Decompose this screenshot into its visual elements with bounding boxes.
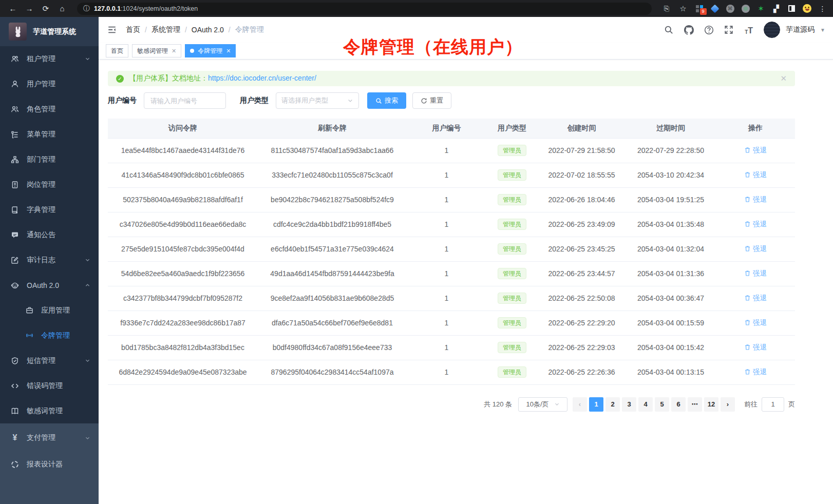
share-icon[interactable]: ⎘ [660, 2, 673, 15]
sidebar-item-dict[interactable]: 字典管理 [0, 197, 99, 222]
col-created: 创建时间 [538, 119, 626, 138]
bookmark-star-icon[interactable]: ☆ [676, 2, 690, 15]
page-button-6[interactable]: 6 [671, 397, 686, 412]
page-button-2[interactable]: 2 [605, 397, 620, 412]
force-logout-button[interactable]: 强退 [744, 195, 767, 204]
tenant-users-icon [11, 55, 19, 63]
sidebar-item-audit[interactable]: 审计日志 [0, 247, 99, 273]
close-icon[interactable]: ✕ [172, 48, 176, 54]
sidebar-item-sensitive[interactable]: 敏感词管理 [0, 398, 99, 423]
user-icon [11, 80, 19, 88]
breadcrumb-system[interactable]: 系统管理 [152, 25, 180, 34]
page-button-12[interactable]: 12 [704, 397, 718, 412]
doc-alert: ✓ 【用户体系】文档地址：https://doc.iocoder.cn/user… [108, 71, 795, 86]
tag-home[interactable]: 首页 [106, 44, 128, 57]
sidebar-item-report-designer[interactable]: 报表设计器 [0, 451, 99, 478]
page-button-4[interactable]: 4 [638, 397, 653, 412]
goto-page-input[interactable] [762, 397, 784, 412]
tag-token[interactable]: 令牌管理✕ [185, 44, 236, 57]
total-count: 共 120 条 [484, 400, 512, 409]
pay-yen-icon: ¥ [11, 434, 19, 442]
sidebar-item-sms[interactable]: 短信管理 [0, 348, 99, 373]
user-type-select[interactable]: 请选择用户类型 [276, 92, 359, 109]
sidebar-item-dept[interactable]: 部门管理 [0, 147, 99, 172]
table-row: 54d6be82ee5a460a9aedc1f9bf223656 49d1aa4… [108, 261, 795, 286]
close-icon[interactable]: ✕ [226, 48, 231, 54]
table-row: 41c41346a548490f9dc8b01c6bfe0865 333ecfc… [108, 163, 795, 187]
sidebar-item-oauth[interactable]: OAuth 2.0 [0, 273, 99, 298]
page-button-3[interactable]: 3 [622, 397, 636, 412]
extension-star-icon[interactable]: ✶ [756, 4, 765, 13]
force-logout-button[interactable]: 强退 [744, 294, 767, 303]
tag-sensitive[interactable]: 敏感词管理✕ [132, 44, 181, 57]
user-type-badge: 管理员 [498, 342, 526, 353]
sidebar-item-oauth-token[interactable]: 令牌管理 [0, 323, 99, 348]
doc-link[interactable]: https://doc.iocoder.cn/user-center/ [208, 74, 316, 82]
search-form: 用户编号 用户类型 请选择用户类型 搜索 重置 [108, 92, 795, 109]
search-button[interactable]: 搜索 [367, 92, 406, 109]
extension-record-icon[interactable] [741, 4, 750, 13]
page-button-5[interactable]: 5 [655, 397, 669, 412]
force-logout-button[interactable]: 强退 [744, 170, 767, 180]
token-table: 访问令牌 刷新令牌 用户编号 用户类型 创建时间 过期时间 操作 1ea5e44… [108, 119, 795, 385]
breadcrumb-home[interactable]: 首页 [126, 25, 140, 34]
force-logout-button[interactable]: 强退 [744, 244, 767, 254]
username[interactable]: 芋道源码 [786, 25, 815, 34]
github-icon[interactable] [684, 25, 694, 35]
browser-menu-icon[interactable]: ⋮ [818, 4, 827, 13]
sidebar-item-menu[interactable]: 菜单管理 [0, 122, 99, 147]
browser-forward-icon[interactable]: → [23, 2, 36, 15]
alert-close-icon[interactable]: ✕ [780, 74, 787, 83]
chevron-down-icon[interactable]: ▼ [820, 27, 825, 33]
user-type-badge: 管理员 [498, 293, 526, 304]
sidebar-item-pay[interactable]: ¥ 支付管理 [0, 424, 99, 451]
dictionary-icon [11, 206, 19, 214]
table-row: f9336e7c7dd242a283ee98dc86b17a87 dfa6c71… [108, 311, 795, 335]
extension-square-icon[interactable] [787, 4, 796, 13]
reset-button[interactable]: 重置 [412, 92, 451, 109]
address-bar[interactable]: ⓘ 127.0.0.1:1024/system/oauth2/token [77, 3, 652, 15]
page-button-1[interactable]: 1 [589, 397, 603, 412]
search-icon[interactable] [664, 25, 674, 35]
col-actions: 操作 [716, 119, 795, 138]
col-user-type: 用户类型 [486, 119, 538, 138]
extension-command-icon[interactable]: ⌘ [726, 4, 734, 13]
force-logout-button[interactable]: 强退 [744, 146, 767, 155]
force-logout-button[interactable]: 强退 [744, 220, 767, 229]
sidebar-item-role[interactable]: 角色管理 [0, 96, 99, 122]
force-logout-button[interactable]: 强退 [744, 367, 767, 377]
sidebar-item-errorcode[interactable]: 错误码管理 [0, 373, 99, 398]
user-id-input[interactable] [144, 92, 226, 109]
extension-gem-icon[interactable] [710, 4, 719, 13]
sidebar-item-notice[interactable]: 通知公告 [0, 222, 99, 247]
avatar[interactable] [764, 22, 780, 38]
force-logout-button[interactable]: 强退 [744, 343, 767, 352]
prev-page-button[interactable]: ‹ [573, 397, 587, 412]
site-info-icon[interactable]: ⓘ [83, 4, 90, 13]
sidebar-collapse-icon[interactable] [106, 24, 118, 35]
next-page-button[interactable]: › [721, 397, 735, 412]
extension-emoji-icon[interactable] [803, 4, 811, 13]
active-dot [190, 49, 194, 53]
browser-reload-icon[interactable]: ⟳ [39, 2, 52, 15]
page-size-select[interactable]: 10条/页 [518, 397, 567, 412]
report-designer-icon [11, 460, 19, 469]
breadcrumb-oauth[interactable]: OAuth 2.0 [192, 26, 224, 34]
sidebar-item-oauth-app[interactable]: 应用管理 [0, 298, 99, 323]
fullscreen-icon[interactable] [724, 25, 734, 35]
browser-back-icon[interactable]: ← [6, 2, 20, 15]
col-user-id: 用户编号 [407, 119, 486, 138]
chevron-down-icon [85, 56, 90, 62]
force-logout-button[interactable]: 强退 [744, 318, 767, 327]
browser-home-icon[interactable]: ⌂ [55, 2, 69, 15]
force-logout-button[interactable]: 强退 [744, 269, 767, 278]
sidebar-item-post[interactable]: 岗位管理 [0, 172, 99, 197]
app-logo-row[interactable]: 芋道管理系统 [0, 17, 99, 46]
help-icon[interactable] [704, 25, 714, 35]
sidebar-item-tenant[interactable]: 租户管理 [0, 46, 99, 71]
page-ellipsis-button[interactable]: ⋯ [688, 397, 702, 412]
extension-grid-icon[interactable]: 9 [695, 4, 704, 13]
extensions-puzzle-icon[interactable]: ▞ [772, 4, 781, 13]
sidebar-item-user[interactable]: 用户管理 [0, 71, 99, 96]
font-size-icon[interactable]: TT [744, 25, 754, 35]
